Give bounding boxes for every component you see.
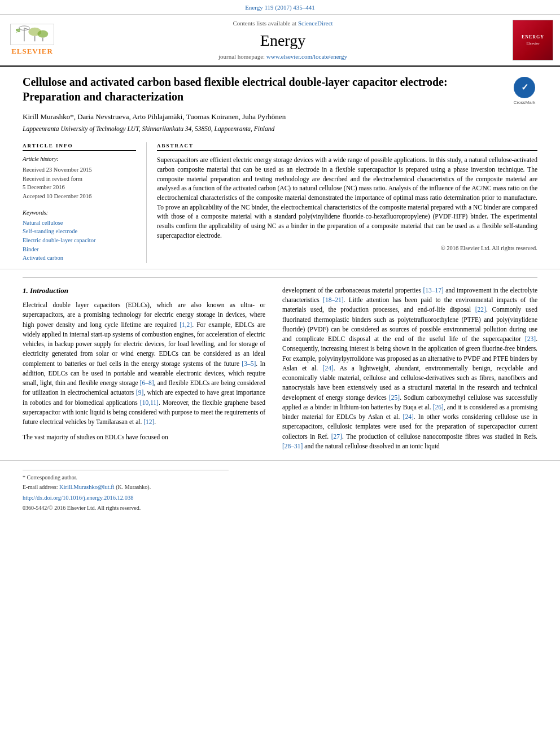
journal-name-heading: Energy bbox=[63, 29, 502, 51]
elsevier-wordmark: ELSEVIER bbox=[11, 46, 53, 56]
homepage-link[interactable]: www.elsevier.com/locate/energy bbox=[266, 53, 347, 60]
article-title: Cellulose and activated carbon based fle… bbox=[23, 75, 502, 104]
article-header-section: Cellulose and activated carbon based fle… bbox=[0, 67, 560, 269]
elsevier-logo-image: 🌿 bbox=[10, 24, 54, 45]
keyword-2: Self-standing electrode bbox=[23, 228, 136, 236]
section-divider bbox=[23, 277, 537, 278]
title-row: Cellulose and activated carbon based fle… bbox=[23, 75, 537, 106]
introduction-heading: 1. Introduction bbox=[23, 286, 265, 296]
issn-line: 0360-5442/© 2016 Elsevier Ltd. All right… bbox=[23, 504, 537, 512]
citation-bar: Energy 119 (2017) 435–441 bbox=[0, 0, 560, 15]
crossmark-section: ✓ CrossMark bbox=[511, 77, 537, 106]
article-info-section-label: ARTICLE INFO bbox=[23, 142, 136, 151]
email-note: E-mail address: Kirill.Murashko@lut.fi (… bbox=[23, 483, 537, 492]
body-content: 1. Introduction Electrical double layer … bbox=[0, 286, 560, 457]
svg-text:🌿: 🌿 bbox=[16, 28, 21, 33]
journal-center-info: Contents lists available at ScienceDirec… bbox=[63, 19, 502, 61]
energy-journal-badge: ENERGY Elsevier bbox=[513, 20, 553, 60]
keywords-section: Keywords: Natural cellulose Self-standin… bbox=[23, 209, 136, 263]
svg-point-6 bbox=[37, 30, 48, 38]
abstract-text: Supercapacitors are efficient electric e… bbox=[157, 155, 537, 240]
copyright-line: © 2016 Elsevier Ltd. All rights reserved… bbox=[157, 244, 537, 253]
homepage-line: journal homepage: www.elsevier.com/locat… bbox=[63, 53, 502, 61]
revised-date: 5 December 2016 bbox=[23, 184, 136, 192]
article-footer: * Corresponding author. E-mail address: … bbox=[0, 460, 560, 516]
journal-header: 🌿 ELSEVIER Contents lists available at S… bbox=[0, 15, 560, 67]
journal-badge-section: ENERGY Elsevier bbox=[508, 20, 553, 60]
article-info-column: ARTICLE INFO Article history: Received 2… bbox=[23, 142, 147, 263]
abstract-section-label: ABSTRACT bbox=[157, 142, 537, 151]
elsevier-tree-svg: 🌿 bbox=[12, 25, 52, 43]
intro-para-1: Electrical double layer capacitors (EDLC… bbox=[23, 300, 265, 427]
intro-para-2: The vast majority of studies on EDLCs ha… bbox=[23, 433, 265, 442]
body-right-column: development of the carbonaceous material… bbox=[277, 286, 537, 457]
keyword-5: Activated carbon bbox=[23, 254, 136, 263]
contents-available-line: Contents lists available at ScienceDirec… bbox=[63, 19, 502, 28]
accepted-date: Accepted 10 December 2016 bbox=[23, 193, 136, 201]
keyword-3: Electric double-layer capacitor bbox=[23, 237, 136, 245]
email-link[interactable]: Kirill.Murashko@lut.fi bbox=[59, 484, 115, 490]
abstract-column: ABSTRACT Supercapacitors are efficient e… bbox=[147, 142, 537, 263]
received-date: Received 23 November 2015 bbox=[23, 166, 136, 174]
keywords-label: Keywords: bbox=[23, 209, 136, 217]
corresponding-author-note: * Corresponding author. bbox=[23, 474, 537, 482]
footer-hr bbox=[23, 470, 229, 470]
keyword-4: Binder bbox=[23, 246, 136, 254]
authors-line: Kirill Murashko*, Daria Nevstrueva, Arto… bbox=[23, 112, 537, 122]
affiliation-line: Lappeenranta University of Technology LU… bbox=[23, 124, 537, 133]
received-revised-label: Received in revised form bbox=[23, 175, 136, 184]
article-history-label: Article history: bbox=[23, 155, 136, 164]
citation-text: Energy 119 (2017) 435–441 bbox=[245, 4, 315, 11]
contents-label: Contents lists available at bbox=[233, 20, 296, 27]
crossmark-label: CrossMark bbox=[514, 99, 536, 106]
article-info-abstract-section: ARTICLE INFO Article history: Received 2… bbox=[23, 142, 537, 263]
body-left-column: 1. Introduction Electrical double layer … bbox=[23, 286, 277, 457]
keyword-1: Natural cellulose bbox=[23, 219, 136, 228]
doi-link[interactable]: http://dx.doi.org/10.1016/j.energy.2016.… bbox=[23, 494, 537, 503]
elsevier-logo-section: 🌿 ELSEVIER bbox=[7, 24, 58, 56]
sciencedirect-link[interactable]: ScienceDirect bbox=[298, 20, 333, 27]
crossmark-icon: ✓ bbox=[514, 77, 535, 98]
right-para-1: development of the carbonaceous material… bbox=[282, 286, 537, 451]
